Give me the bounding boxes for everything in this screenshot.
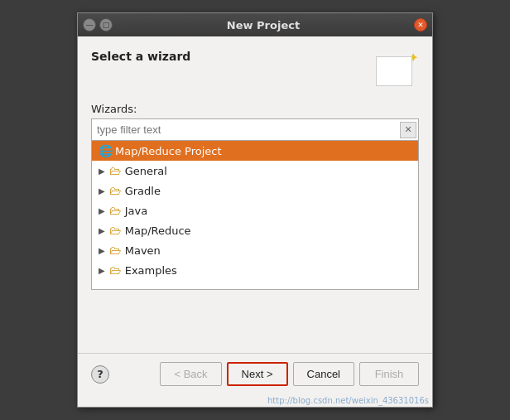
dialog-content: Select a wizard ✦ Wizards: ✕ 🌐 Map/Reduc… — [78, 36, 432, 353]
next-button[interactable]: Next > — [227, 362, 288, 386]
maximize-button[interactable]: □ — [99, 18, 113, 31]
filter-row: ✕ — [91, 118, 419, 141]
tree-item-label: Map/Reduce — [125, 224, 191, 237]
tree-item-general[interactable]: ▶ 🗁 General — [92, 161, 418, 181]
folder-icon-general: 🗁 — [108, 164, 122, 177]
nav-buttons: < Back Next > Cancel Finish — [160, 362, 419, 386]
tree-item-label: Java — [125, 205, 147, 217]
tree-item-map-reduce-project[interactable]: 🌐 Map/Reduce Project — [92, 141, 418, 161]
finish-button[interactable]: Finish — [359, 362, 419, 386]
empty-area — [91, 290, 419, 340]
tree-item-label: Maven — [125, 244, 161, 257]
window-controls[interactable]: — □ — [83, 18, 113, 31]
tree-item-gradle[interactable]: ▶ 🗁 Gradle — [92, 181, 418, 200]
tree-item-java[interactable]: ▶ 🗁 Java — [92, 200, 418, 220]
expand-arrow-examples: ▶ — [99, 266, 105, 275]
tree-list: 🌐 Map/Reduce Project ▶ 🗁 General ▶ 🗁 Gra… — [91, 141, 419, 290]
back-button[interactable]: < Back — [160, 362, 221, 386]
wizard-image-inner — [376, 56, 412, 86]
expand-arrow-general: ▶ — [99, 167, 105, 176]
folder-icon-java: 🗁 — [108, 204, 122, 217]
wizards-label: Wizards: — [91, 103, 419, 115]
expand-arrow-map-reduce: ▶ — [99, 226, 105, 235]
close-button[interactable]: ✕ — [414, 18, 427, 31]
tree-item-label: Gradle — [125, 185, 161, 197]
help-button[interactable]: ? — [91, 365, 109, 384]
close-controls[interactable]: ✕ — [414, 18, 427, 31]
expand-arrow-java: ▶ — [99, 206, 105, 215]
cancel-button[interactable]: Cancel — [293, 362, 354, 386]
header-row: Select a wizard ✦ — [91, 50, 419, 93]
tree-item-label: Map/Reduce Project — [115, 145, 222, 157]
expand-arrow-maven: ▶ — [99, 246, 105, 255]
minimize-button[interactable]: — — [83, 18, 96, 31]
folder-icon-gradle: 🗁 — [108, 184, 122, 197]
filter-clear-button[interactable]: ✕ — [400, 122, 416, 138]
bottom-bar: ? < Back Next > Cancel Finish — [78, 353, 432, 394]
tree-item-label: Examples — [125, 264, 177, 277]
globe-icon: 🌐 — [99, 144, 112, 157]
watermark: http://blog.csdn.net/weixin_43631016s — [78, 394, 432, 407]
wizard-image: ✦ — [376, 50, 419, 93]
dialog-window: — □ New Project ✕ Select a wizard ✦ Wiza… — [77, 12, 433, 408]
folder-icon-maven: 🗁 — [108, 244, 122, 257]
tree-item-map-reduce[interactable]: ▶ 🗁 Map/Reduce — [92, 220, 418, 240]
tree-item-label: General — [125, 165, 167, 177]
filter-input[interactable] — [92, 119, 400, 140]
folder-icon-map-reduce: 🗁 — [108, 224, 122, 237]
page-title: Select a wizard — [91, 50, 190, 63]
window-title: New Project — [113, 19, 414, 31]
tree-item-examples[interactable]: ▶ 🗁 Examples — [92, 260, 418, 280]
titlebar: — □ New Project ✕ — [78, 13, 432, 36]
tree-item-maven[interactable]: ▶ 🗁 Maven — [92, 240, 418, 260]
folder-icon-examples: 🗁 — [108, 263, 122, 277]
expand-arrow-gradle: ▶ — [99, 186, 105, 196]
